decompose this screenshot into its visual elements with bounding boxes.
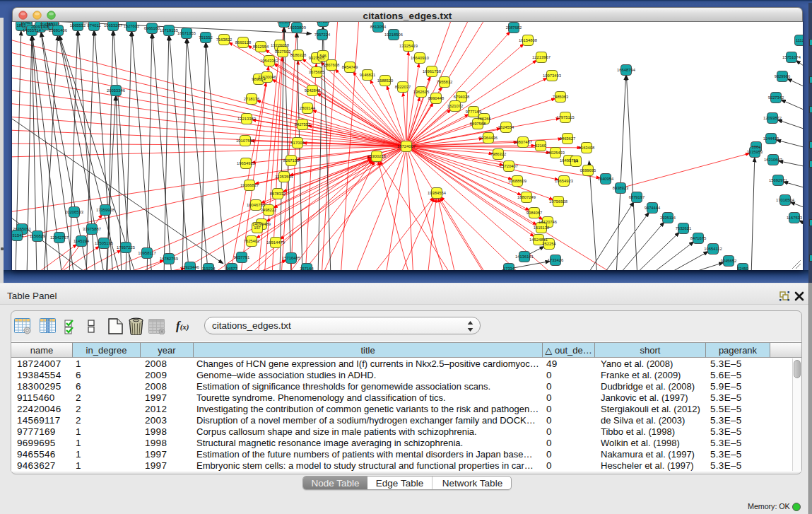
svg-text:12213382: 12213382 [237,117,256,121]
svg-text:1156829: 1156829 [30,234,45,238]
svg-text:9245652: 9245652 [721,259,737,263]
svg-text:13226058: 13226058 [271,43,289,47]
svg-text:6966160: 6966160 [144,26,160,30]
svg-text:7986322: 7986322 [490,152,507,156]
svg-text:0699695: 0699695 [580,168,596,173]
svg-text:12093872: 12093872 [763,116,782,120]
svg-text:1145194: 1145194 [73,239,90,243]
svg-text:9327503: 9327503 [275,49,291,54]
svg-text:8938923: 8938923 [613,186,629,190]
svg-text:62160: 62160 [535,144,546,148]
svg-text:20053346: 20053346 [107,88,125,93]
svg-text:10958117: 10958117 [138,251,155,255]
svg-text:2803144: 2803144 [300,106,316,110]
svg-text:10654112: 10654112 [704,247,722,251]
svg-text:16640910: 16640910 [411,56,429,60]
svg-text:165327: 165327 [46,22,59,26]
svg-text:10543362: 10543362 [260,59,278,63]
svg-text:2867608: 2867608 [324,63,340,67]
svg-text:20691406: 20691406 [49,28,67,33]
svg-text:1362615: 1362615 [413,90,430,94]
svg-text:7357224: 7357224 [314,33,331,37]
svg-text:17359928: 17359928 [96,208,114,212]
svg-text:8322037: 8322037 [395,85,411,89]
svg-text:16782759: 16782759 [160,257,178,261]
svg-text:17016504: 17016504 [776,198,795,202]
svg-text:10025433: 10025433 [546,151,565,155]
svg-text:7955812: 7955812 [437,80,453,84]
svg-text:8678332: 8678332 [270,192,286,196]
svg-text:19756928: 19756928 [549,199,567,204]
svg-text:8660128: 8660128 [235,40,252,45]
svg-text:15692971: 15692971 [769,178,787,182]
svg-text:16154808: 16154808 [519,38,537,42]
svg-text:3215953: 3215953 [747,150,763,154]
svg-text:10973493: 10973493 [543,74,561,78]
svg-text:17957225: 17957225 [117,245,135,250]
svg-text:10688609: 10688609 [508,179,526,183]
svg-text:16648794: 16648794 [617,68,636,72]
svg-text:8990448: 8990448 [428,96,445,100]
svg-text:8267150: 8267150 [283,158,300,163]
svg-text:9163408: 9163408 [579,146,595,150]
svg-text:9084067: 9084067 [526,211,543,215]
svg-text:1640954: 1640954 [598,177,614,181]
svg-text:8471675: 8471675 [690,236,707,240]
svg-text:6794028: 6794028 [454,95,470,99]
svg-text:10107553: 10107553 [236,139,254,143]
svg-text:12505135: 12505135 [95,241,113,245]
svg-text:1112: 1112 [796,38,803,42]
svg-text:874011: 874011 [88,23,101,28]
svg-text:64: 64 [574,159,579,163]
svg-text:881304: 881304 [277,22,291,24]
svg-text:7625402: 7625402 [244,239,260,243]
svg-text:19166827: 19166827 [240,183,259,187]
svg-text:15751074: 15751074 [782,55,801,59]
svg-text:26265051: 26265051 [13,227,31,231]
svg-text:931541: 931541 [12,233,24,238]
svg-text:9146821: 9146821 [360,73,376,77]
svg-text:9777169: 9777169 [466,110,482,114]
svg-text:18724007: 18724007 [397,144,416,148]
svg-text:157: 157 [254,226,261,230]
svg-text:17334: 17334 [503,267,515,270]
svg-text:16671355: 16671355 [177,31,196,35]
svg-text:1615132: 1615132 [534,226,550,230]
svg-text:22420046: 22420046 [258,75,276,79]
svg-text:19384554: 19384554 [428,191,447,195]
svg-text:7163822: 7163822 [216,37,233,42]
svg-text:1588520: 1588520 [377,78,394,83]
svg-text:3624554: 3624554 [498,125,514,129]
svg-text:11923446: 11923446 [181,265,199,269]
svg-text:8454749: 8454749 [342,65,358,69]
svg-text:252254: 252254 [542,242,556,246]
svg-text:8912954: 8912954 [253,45,269,49]
svg-text:18807249: 18807249 [517,195,536,199]
svg-text:1244415: 1244415 [763,136,779,141]
svg-text:14136141: 14136141 [515,255,534,259]
svg-text:10807487: 10807487 [514,140,532,144]
svg-text:15716485: 15716485 [282,256,300,260]
svg-text:16033809: 16033809 [288,25,306,30]
svg-text:19654925: 19654925 [237,161,255,165]
svg-text:817004: 817004 [290,141,305,145]
svg-text:9463627: 9463627 [560,136,576,141]
svg-text:19218506: 19218506 [384,33,403,37]
svg-text:12942757: 12942757 [50,235,69,240]
svg-text:6879197: 6879197 [629,195,645,199]
svg-text:9474444: 9474444 [645,206,661,210]
svg-text:8813054: 8813054 [370,25,387,29]
svg-text:10653267: 10653267 [104,23,122,28]
svg-text:751552: 751552 [199,35,212,40]
svg-text:9242848: 9242848 [305,88,321,93]
svg-text:746266: 746266 [477,117,490,121]
svg-text:2718176: 2718176 [244,97,260,101]
svg-text:16120746: 16120746 [539,220,557,224]
svg-text:546: 546 [319,54,326,58]
svg-text:2087682: 2087682 [506,25,522,30]
svg-text:3498222: 3498222 [261,208,277,212]
svg-text:33975887: 33975887 [83,227,101,231]
svg-text:13325419: 13325419 [399,44,418,48]
svg-text:10719155: 10719155 [160,28,178,33]
svg-text:3675685: 3675685 [309,70,325,74]
